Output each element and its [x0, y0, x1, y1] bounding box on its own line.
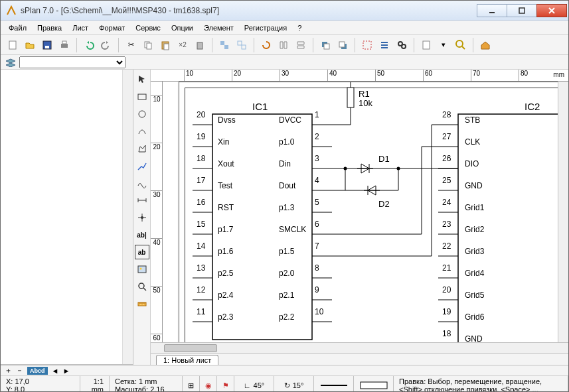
left-icon[interactable]: ◄: [52, 367, 59, 375]
home-icon[interactable]: [477, 37, 493, 53]
titlebar: sPlan 7.0 - [G:\Schemi\__Мой!!!\MSP430 -…: [1, 1, 568, 21]
menu-help[interactable]: ?: [293, 23, 305, 33]
group-icon[interactable]: [216, 37, 232, 53]
polygon-tool-icon[interactable]: [135, 141, 149, 156]
to-front-icon[interactable]: [317, 37, 333, 53]
rotate-icon[interactable]: [258, 37, 274, 53]
svg-rect-1: [519, 8, 525, 13]
library-panel: [1, 70, 133, 365]
scale-label: Масштаб: 2,16: [115, 385, 177, 392]
list-icon[interactable]: [376, 37, 392, 53]
undo-icon[interactable]: [81, 37, 97, 53]
menu-registration[interactable]: Регистрация: [240, 23, 291, 33]
shape-tool-icon[interactable]: [135, 124, 149, 139]
open-icon[interactable]: [22, 37, 38, 53]
line-style-icon[interactable]: [319, 381, 349, 390]
svg-point-22: [402, 44, 406, 48]
pointer-tool-icon[interactable]: [135, 72, 149, 87]
ic1-title: IC1: [252, 101, 268, 112]
plus-icon[interactable]: ＋: [5, 365, 12, 375]
paste-x2-icon[interactable]: ×2: [175, 37, 191, 53]
canvas-area: mm 1020304050607080 102030405060: [151, 70, 568, 365]
new-icon[interactable]: [5, 37, 21, 53]
zoom-icon[interactable]: [453, 37, 469, 53]
to-back-icon[interactable]: [335, 37, 351, 53]
angle1: 45°: [254, 381, 265, 389]
svg-point-33: [139, 283, 144, 289]
rect-tool-icon[interactable]: [135, 90, 149, 104]
copy-icon[interactable]: [140, 37, 156, 53]
snap-icon[interactable]: ◉: [205, 381, 212, 390]
flag-icon[interactable]: ⚑: [222, 381, 229, 390]
library-list[interactable]: [1, 70, 133, 365]
layers-icon[interactable]: [5, 58, 17, 67]
menu-sheet[interactable]: Лист: [68, 23, 92, 33]
delete-icon[interactable]: [192, 37, 208, 53]
menu-format[interactable]: Формат: [95, 23, 129, 33]
angle2: 15°: [293, 381, 304, 389]
node-tool-icon[interactable]: [135, 210, 149, 225]
minus-icon[interactable]: －: [16, 365, 23, 375]
menu-element[interactable]: Элемент: [200, 23, 238, 33]
svg-rect-85: [361, 382, 387, 389]
measure-tool-icon[interactable]: [135, 296, 149, 311]
print-icon[interactable]: [56, 37, 72, 53]
maximize-button[interactable]: [507, 4, 537, 17]
dimension-tool-icon[interactable]: [135, 193, 149, 208]
menu-service[interactable]: Сервис: [131, 23, 165, 33]
layerbar: [1, 55, 568, 70]
minimize-button[interactable]: [477, 4, 507, 17]
redo-icon[interactable]: [98, 37, 114, 53]
svg-rect-2: [9, 41, 16, 49]
svg-rect-6: [62, 41, 66, 44]
select-rect-icon[interactable]: [359, 37, 375, 53]
circle-tool-icon[interactable]: [135, 107, 149, 121]
bezier-tool-icon[interactable]: [135, 176, 149, 190]
canvas[interactable]: IC1 IC2 MSP430g2553 R1 10k D1 D2 20Dvss1…: [163, 82, 558, 342]
ungroup-icon[interactable]: [234, 37, 250, 53]
canvas-hscroll[interactable]: [151, 342, 568, 353]
svg-point-27: [139, 111, 145, 117]
canvas-vscroll[interactable]: [558, 82, 568, 342]
rotate-step-icon[interactable]: ↻: [284, 381, 290, 390]
mirror-v-icon[interactable]: [293, 37, 309, 53]
svg-rect-17: [324, 44, 329, 49]
svg-line-34: [143, 288, 146, 291]
dropdown-icon[interactable]: ▾: [436, 37, 451, 53]
zoom-unit: mm: [86, 385, 104, 392]
r1-value: 10k: [359, 98, 372, 108]
abcd-icon[interactable]: Abcd: [27, 367, 48, 375]
mirror-h-icon[interactable]: [276, 37, 291, 53]
library-scrollbar[interactable]: [122, 70, 133, 364]
menu-options[interactable]: Опции: [167, 23, 197, 33]
toolbar: ✂ ×2 ▾: [1, 35, 568, 55]
layer-select[interactable]: [19, 56, 125, 68]
angle-icon[interactable]: ∟: [244, 381, 251, 389]
app-icon: [6, 5, 17, 16]
label-tool-icon[interactable]: ab: [135, 245, 149, 259]
menu-edit[interactable]: Правка: [33, 23, 66, 33]
page: IC1 IC2 MSP430g2553 R1 10k D1 D2 20Dvss1…: [179, 82, 558, 342]
find-icon[interactable]: [394, 37, 410, 53]
text-tool-icon[interactable]: ab|: [135, 228, 149, 242]
close-button[interactable]: [536, 4, 567, 17]
fill-style-icon[interactable]: [359, 381, 388, 390]
svg-rect-31: [138, 266, 146, 273]
right-icon[interactable]: ►: [62, 367, 70, 375]
sheet-tab-1[interactable]: 1: Новый лист: [156, 355, 218, 365]
magnify-tool-icon[interactable]: [135, 279, 149, 294]
menu-file[interactable]: Файл: [5, 23, 31, 33]
window-title: sPlan 7.0 - [G:\Schemi\__Мой!!!\MSP430 -…: [21, 6, 477, 15]
save-icon[interactable]: [39, 37, 55, 53]
zoom-ratio: 1:1: [86, 377, 104, 385]
line-tool-icon[interactable]: [135, 159, 149, 173]
cut-icon[interactable]: ✂: [123, 37, 139, 53]
svg-rect-15: [242, 45, 246, 49]
d2-label: D2: [378, 199, 390, 209]
grid-icon[interactable]: ⊞: [188, 381, 194, 390]
paste-icon[interactable]: [157, 37, 173, 53]
page-icon[interactable]: [418, 37, 434, 53]
tool-palette: ab| ab: [133, 70, 151, 365]
image-tool-icon[interactable]: [135, 262, 149, 277]
svg-rect-23: [423, 41, 430, 49]
